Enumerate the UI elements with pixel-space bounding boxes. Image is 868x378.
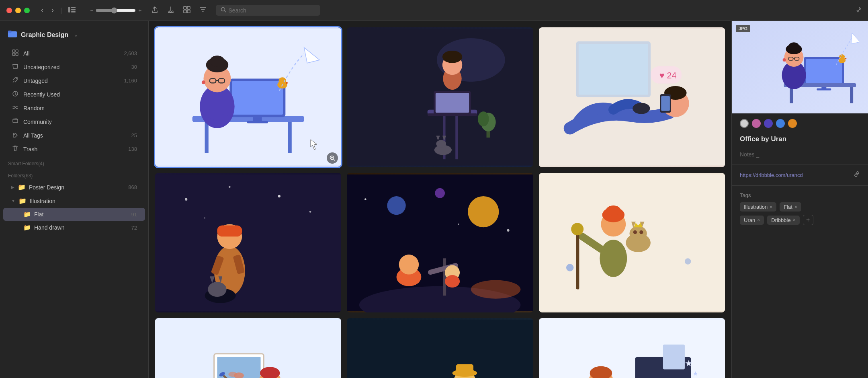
grid-view-button[interactable]: [180, 4, 193, 17]
svg-rect-13: [12, 53, 15, 55]
pin-button[interactable]: [855, 6, 862, 14]
gallery-item-6[interactable]: [539, 173, 725, 313]
download-button[interactable]: [164, 4, 177, 17]
sidebar-chevron-icon: ⌄: [74, 32, 78, 38]
collection-folder-icon: [8, 30, 17, 40]
gallery-item-9[interactable]: ★ ★: [539, 318, 725, 378]
sidebar-flat-count: 91: [131, 212, 137, 218]
svg-rect-152: [663, 345, 685, 370]
color-swatches: [732, 113, 868, 132]
sidebar-community-label: Community: [23, 119, 137, 125]
tag-flat-remove[interactable]: ×: [794, 204, 797, 210]
add-tag-button[interactable]: +: [803, 215, 813, 225]
swatch-2[interactable]: [764, 119, 773, 128]
svg-point-73: [309, 211, 311, 213]
tag-illustration-remove[interactable]: ×: [770, 204, 772, 210]
svg-rect-139: [456, 364, 473, 374]
sidebar-all-label: All: [23, 50, 120, 57]
sidebar-item-recently-used[interactable]: Recently Used: [3, 88, 145, 101]
illustration-8-image: Go here!: [347, 318, 533, 378]
panel-divider-1: [732, 164, 868, 164]
search-input[interactable]: [229, 7, 301, 14]
tag-dribbble: Dribbble ×: [767, 216, 799, 225]
sidebar-flat-label: Flat: [34, 211, 128, 218]
gallery-item-5[interactable]: [347, 173, 533, 312]
svg-point-183: [783, 58, 786, 62]
svg-rect-6: [184, 10, 186, 13]
share-button[interactable]: [148, 4, 161, 17]
illustration-5-image: [347, 173, 533, 312]
svg-point-111: [639, 230, 643, 234]
svg-rect-18: [13, 119, 18, 123]
svg-point-114: [685, 258, 691, 264]
gallery-item-1[interactable]: [155, 27, 341, 167]
svg-point-110: [633, 230, 637, 234]
sidebar-all-tags-label: All Tags: [23, 132, 127, 139]
file-type-badge: JPG: [736, 25, 750, 32]
tag-uran-remove[interactable]: ×: [757, 217, 760, 223]
close-button[interactable]: [6, 8, 12, 13]
svg-rect-3: [71, 11, 76, 12]
svg-rect-12: [16, 50, 18, 52]
sidebar-item-random[interactable]: Random: [3, 101, 145, 115]
svg-line-16: [13, 81, 14, 82]
sidebar-item-flat[interactable]: 📁 Flat 91: [3, 208, 145, 221]
zoom-slider[interactable]: [96, 7, 136, 14]
svg-rect-61: [579, 44, 648, 95]
nav-forward-button[interactable]: ›: [48, 4, 57, 16]
smart-folders-section-label: Smart Folders(4): [0, 156, 148, 168]
svg-rect-10: [8, 31, 12, 33]
sidebar-header[interactable]: Graphic Design ⌄: [0, 26, 148, 46]
nav-back-button[interactable]: ‹: [38, 4, 47, 16]
svg-rect-7: [187, 10, 190, 13]
panel-title-section: Office by Uran: [732, 132, 868, 148]
source-link[interactable]: https://dribbble.com/urancd: [740, 172, 850, 178]
notes-field[interactable]: Notes _: [732, 148, 868, 161]
svg-rect-11: [12, 50, 15, 52]
all-icon: [11, 49, 19, 57]
uncategorized-icon: [11, 63, 19, 71]
sidebar-item-untagged[interactable]: Untagged 1,160: [3, 74, 145, 87]
svg-point-93: [399, 255, 419, 274]
link-icon[interactable]: [854, 171, 860, 179]
swatch-0[interactable]: [740, 119, 749, 128]
swatch-3[interactable]: [776, 119, 785, 128]
zoom-out-icon[interactable]: −: [90, 7, 93, 14]
sidebar-hand-drawn-label: Hand drawn: [34, 224, 128, 231]
sidebar-item-illustration[interactable]: ▼ 📁 Illustration: [3, 194, 145, 207]
svg-rect-22: [205, 122, 209, 153]
gallery-item-8[interactable]: Go here!: [347, 318, 533, 378]
sidebar: Graphic Design ⌄ All 2,603: [0, 21, 149, 378]
illustration-4-image: [155, 173, 341, 312]
minimize-button[interactable]: [15, 8, 21, 13]
svg-point-102: [606, 205, 620, 216]
zoom-in-icon[interactable]: +: [138, 7, 141, 14]
sidebar-item-trash[interactable]: Trash 138: [3, 142, 145, 156]
gallery-item-2[interactable]: [347, 27, 533, 167]
sidebar-item-all[interactable]: All 2,603: [3, 47, 145, 60]
gallery-item-4[interactable]: [155, 173, 341, 312]
sidebar-item-community[interactable]: Community: [3, 115, 145, 128]
sidebar-untagged-label: Untagged: [23, 78, 120, 84]
svg-rect-69: [155, 174, 341, 311]
sidebar-uncategorized-label: Uncategorized: [23, 64, 127, 70]
gallery-area: ♥ 24: [149, 21, 731, 378]
tag-dribbble-remove[interactable]: ×: [793, 217, 796, 223]
sidebar-item-hand-drawn[interactable]: 📁 Hand drawn 72: [3, 221, 145, 234]
all-tags-icon: [11, 131, 19, 139]
sidebar-item-poster-design[interactable]: ▶ 📁 Poster Design 868: [3, 181, 145, 194]
sidebar-toggle-button[interactable]: [65, 4, 79, 16]
sidebar-item-uncategorized[interactable]: Uncategorized 30: [3, 60, 145, 74]
gallery-grid: ♥ 24: [155, 27, 725, 378]
sidebar-item-all-tags[interactable]: All Tags 25: [3, 129, 145, 142]
sidebar-trash-count: 138: [128, 146, 137, 152]
gallery-item-3[interactable]: ♥ 24: [539, 27, 725, 167]
swatch-1[interactable]: [752, 119, 761, 128]
gallery-item-7[interactable]: [155, 318, 341, 378]
filter-button[interactable]: [197, 4, 209, 17]
maximize-button[interactable]: [24, 8, 30, 13]
search-icon: [221, 7, 226, 14]
svg-rect-175: [850, 87, 853, 103]
tags-row-2: Uran × Dribbble × +: [740, 215, 860, 225]
swatch-4[interactable]: [788, 119, 797, 128]
